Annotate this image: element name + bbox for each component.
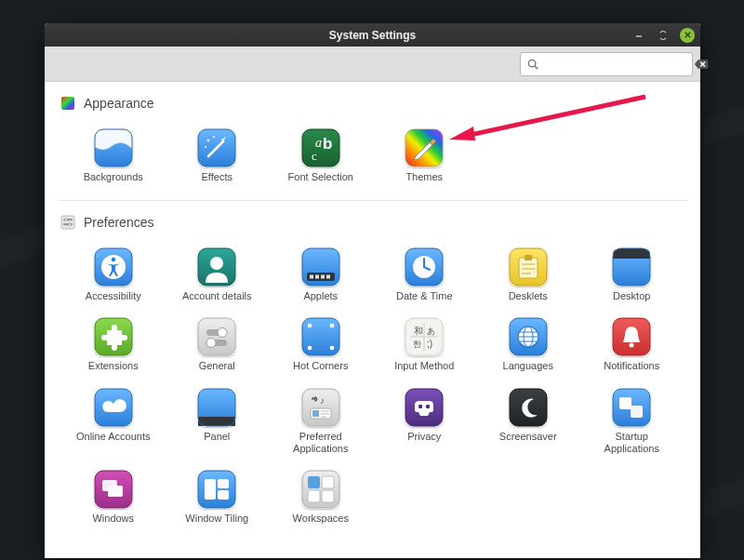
item-themes[interactable]: Themes [375,123,475,187]
item-date-time[interactable]: Date & Time [375,242,475,306]
accessibility-icon [94,247,133,287]
item-label: Effects [202,171,232,183]
svg-point-104 [418,404,422,407]
item-windows[interactable]: Windows [63,464,164,528]
svg-text:あ: あ [427,327,435,336]
preferences-grid: Accessibility Account details [58,238,687,532]
search-box[interactable] [520,52,693,76]
item-label: Hot Corners [293,360,348,372]
themes-icon [405,128,444,167]
svg-rect-111 [631,406,643,418]
item-window-tiling[interactable]: Window Tiling [167,464,268,528]
item-label: Desktop [613,290,650,302]
section-title: Appearance [84,96,154,111]
svg-rect-123 [308,476,320,488]
svg-point-69 [329,346,334,351]
item-notifications[interactable]: Notifications [582,312,683,376]
window-titlebar[interactable]: System Settings [45,23,700,47]
window-controls [631,23,695,47]
item-general[interactable]: General [167,312,268,376]
account-details-icon [197,247,236,287]
window-maximize-button[interactable] [656,28,671,43]
svg-rect-120 [218,490,229,500]
svg-point-3 [528,60,536,67]
desklets-icon [509,247,548,287]
item-label: Desklets [509,290,548,302]
svg-rect-47 [519,258,538,278]
preferences-category-icon [60,214,76,231]
item-workspaces[interactable]: Workspaces [271,464,371,528]
item-languages[interactable]: Languages [478,312,578,376]
notifications-icon [612,317,651,356]
svg-text:b: b [323,135,332,153]
item-account-details[interactable]: Account details [167,242,268,306]
svg-point-61 [218,328,227,338]
svg-rect-38 [321,275,325,279]
svg-point-68 [307,346,312,351]
svg-point-67 [329,324,334,328]
item-accessibility[interactable]: Accessibility [63,242,164,306]
item-label: Themes [405,171,443,183]
item-label: Notifications [604,360,659,372]
item-effects[interactable]: Effects [167,123,268,187]
window-minimize-button[interactable] [631,28,646,43]
settings-content[interactable]: Appearance Backgrounds [45,82,700,558]
svg-line-4 [535,66,538,69]
svg-rect-98 [312,410,319,417]
svg-point-66 [307,324,312,328]
extensions-icon [94,317,133,356]
clear-search-icon[interactable] [694,58,709,71]
section-header-preferences: Preferences [58,214,687,238]
svg-text:;): ;) [427,339,432,349]
window-tiling-icon [197,470,236,509]
svg-point-32 [210,257,223,270]
section-appearance: Appearance Backgrounds [58,82,687,191]
section-preferences: Preferences Accessibility [58,200,687,532]
svg-rect-36 [310,275,313,279]
svg-text:a: a [315,136,322,150]
item-extensions[interactable]: Extensions [63,312,164,376]
svg-text:한: 한 [413,340,421,349]
svg-rect-48 [525,255,532,260]
window-title: System Settings [329,29,416,42]
section-header-appearance: Appearance [58,95,687,119]
item-startup-applications[interactable]: Startup Applications [582,382,683,459]
privacy-icon [405,388,444,427]
svg-rect-39 [326,275,330,279]
item-label: Preferred Applications [276,431,365,455]
item-applets[interactable]: Applets [271,242,371,306]
item-font-selection[interactable]: a b c Font Selection [271,123,371,187]
item-desktop[interactable]: Desktop [582,242,683,306]
svg-rect-119 [218,479,229,488]
svg-rect-59 [198,318,235,355]
font-selection-icon: a b c [301,128,340,167]
screensaver-icon [509,388,548,427]
svg-point-11 [207,140,210,142]
item-online-accounts[interactable]: Online Accounts [63,382,164,459]
backgrounds-icon [94,128,133,167]
item-hot-corners[interactable]: Hot Corners [271,312,371,376]
item-preferred-applications[interactable]: ♪ Preferred Applications [271,382,371,459]
svg-rect-7 [61,97,74,110]
item-panel[interactable]: Panel [167,382,268,459]
svg-rect-95 [302,389,339,426]
window-close-button[interactable] [680,28,695,43]
search-input[interactable] [545,57,688,72]
item-label: Accessibility [86,290,141,302]
applets-icon [301,247,340,287]
item-label: Startup Applications [587,431,676,455]
item-screensaver[interactable]: Screensaver [478,382,578,459]
svg-point-12 [213,136,215,138]
item-desklets[interactable]: Desklets [478,242,578,306]
date-time-icon [405,247,444,287]
svg-rect-118 [205,479,216,500]
panel-icon [197,388,236,427]
svg-rect-126 [322,490,334,502]
item-label: Input Method [394,360,454,372]
startup-applications-icon [612,388,651,427]
section-title: Preferences [84,215,153,230]
item-backgrounds[interactable]: Backgrounds [63,123,164,187]
workspaces-icon [301,470,340,509]
item-input-method[interactable]: 和 あ 한 ;) Input Method [375,312,475,376]
item-privacy[interactable]: Privacy [375,382,475,459]
